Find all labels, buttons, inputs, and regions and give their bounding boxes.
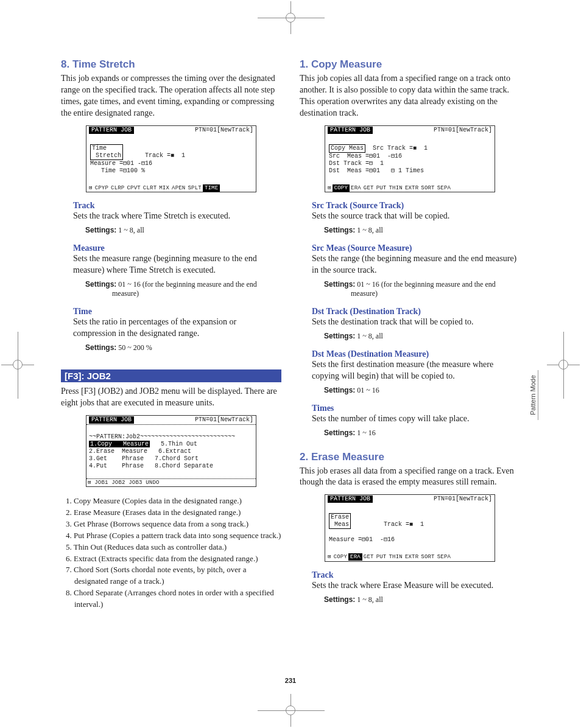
section-8-title: 8. Time Stretch xyxy=(61,58,281,71)
lcd-tabs: ⊠CPYPCLRPCPVTCLRTMIXAPENSPLTTIME xyxy=(86,184,256,192)
job-3: 3. Get Phrase (Borrows sequence data fro… xyxy=(66,519,281,530)
param-erase-track-settings: Settings: 1 ~ 8, all xyxy=(324,595,520,604)
param-times-settings: Settings: 1 ~ 16 xyxy=(324,429,520,438)
param-srctrack-settings: Settings: 1 ~ 8, all xyxy=(324,226,520,235)
section-1-title: 1. Copy Measure xyxy=(300,58,520,71)
param-srcmeas-desc: Sets the range (the beginning measure an… xyxy=(312,253,520,276)
param-dsttrack-settings: Settings: 1 ~ 8, all xyxy=(324,332,520,341)
lcd-top-right: PTN=01[NewTrack] xyxy=(434,495,492,503)
f3-job2-title: [F3]: JOB2 xyxy=(61,369,281,382)
param-dstmeas-settings: Settings: 01 ~ 16 xyxy=(324,386,520,395)
param-track-desc: Sets the track where Time Stretch is exe… xyxy=(73,211,281,222)
param-dsttrack-title: Dst Track (Destination Track) xyxy=(312,307,520,317)
lcd-job2-menu: PATTERN JOB PTN=01[NewTrack] ~~PATTERN:J… xyxy=(86,415,256,488)
lcd-title: PATTERN JOB xyxy=(89,416,134,424)
crop-mark-right xyxy=(547,332,580,399)
job-7: 7. Chord Sort (Sorts chordal note events… xyxy=(66,564,281,587)
param-time-settings: Settings: 50 ~ 200 % xyxy=(85,343,281,352)
lcd-time-stretch: PATTERN JOB PTN=01[NewTrack] Time Stretc… xyxy=(86,125,256,193)
crop-mark-bottom xyxy=(258,694,325,727)
section-2-body: This job erases all data from a specifie… xyxy=(300,466,520,489)
lcd-tabs: ⊠COPYERAGETPUTTHINEXTRSORTSEPA xyxy=(325,184,495,192)
job-6: 6. Extract (Extracts specific data from … xyxy=(66,553,281,565)
param-srcmeas-settings: Settings: 01 ~ 16 (for the beginning mea… xyxy=(324,280,520,298)
lcd-copy-measure: PATTERN JOB PTN=01[NewTrack] Copy Meas S… xyxy=(325,125,495,193)
job-4: 4. Put Phrase (Copies a pattern track da… xyxy=(66,530,281,542)
param-measure-title: Measure xyxy=(73,243,281,253)
param-track-title: Track xyxy=(73,201,281,211)
lcd-erase-measure: PATTERN JOB PTN=01[NewTrack] Erase Meas … xyxy=(325,494,495,562)
lcd-top-right: PTN=01[NewTrack] xyxy=(195,127,253,134)
section-2-title: 2. Erase Measure xyxy=(300,451,520,463)
job-1: 1. Copy Measure (Copies data in the desi… xyxy=(66,495,281,507)
lcd-title: PATTERN JOB xyxy=(89,127,134,134)
param-erase-track-desc: Sets the track where Erase Measure will … xyxy=(312,580,520,592)
job-list: 1. Copy Measure (Copies data in the desi… xyxy=(61,495,281,610)
job-8: 8. Chord Separate (Arranges chord notes … xyxy=(66,587,281,611)
param-srctrack-desc: Sets the source track that will be copie… xyxy=(312,211,520,222)
lcd-title: PATTERN JOB xyxy=(328,127,373,134)
side-tab: Pattern Mode xyxy=(528,370,538,420)
job-2: 2. Erase Measure (Erases data in the des… xyxy=(66,507,281,519)
job-5: 5. Thin Out (Reduces data such as contro… xyxy=(66,542,281,553)
lcd-top-right: PTN=01[NewTrack] xyxy=(195,416,253,424)
section-8-body: This job expands or compresses the timin… xyxy=(61,73,281,119)
right-column: 1. Copy Measure This job copies all data… xyxy=(300,58,520,611)
crop-mark-left xyxy=(1,332,34,399)
param-measure-desc: Sets the measure range (beginning measur… xyxy=(73,253,281,276)
param-time-desc: Sets the ratio in percentages of the exp… xyxy=(73,317,281,340)
page-number: 231 xyxy=(0,677,581,684)
left-column: 8. Time Stretch This job expands or comp… xyxy=(61,58,281,611)
param-track-settings: Settings: 1 ~ 8, all xyxy=(85,226,281,235)
param-dstmeas-desc: Sets the first destination measure (the … xyxy=(312,359,520,382)
lcd-tabs: ⊠COPYERAGETPUTTHINEXTRSORTSEPA xyxy=(325,553,495,561)
lcd-box: Time Stretch xyxy=(90,144,123,160)
lcd-box: Copy Meas xyxy=(329,144,365,153)
param-srcmeas-title: Src Meas (Source Measure) xyxy=(312,243,520,253)
lcd-bottom: ⊠ JOB1 JOB2 JOB3 UNDO xyxy=(86,479,256,487)
lcd-box: Erase Meas xyxy=(329,513,351,529)
lcd-title: PATTERN JOB xyxy=(328,495,373,503)
section-1-body: This job copies all data from a specifie… xyxy=(300,73,520,119)
param-measure-settings: Settings: 01 ~ 16 (for the beginning mea… xyxy=(85,280,281,298)
param-time-title: Time xyxy=(73,307,281,317)
lcd-top-right: PTN=01[NewTrack] xyxy=(434,127,492,134)
f3-job2-body: Press [F3] (JOB2) and JOB2 menu will be … xyxy=(61,386,281,409)
param-dstmeas-title: Dst Meas (Destination Measure) xyxy=(312,349,520,359)
param-erase-track-title: Track xyxy=(312,570,520,580)
param-srctrack-title: Src Track (Source Track) xyxy=(312,201,520,211)
param-dsttrack-desc: Sets the destination track that will be … xyxy=(312,317,520,328)
crop-mark-top xyxy=(258,1,325,34)
param-times-desc: Sets the number of times copy will take … xyxy=(312,413,520,425)
page-content: 8. Time Stretch This job expands or comp… xyxy=(0,0,581,641)
param-times-title: Times xyxy=(312,404,520,413)
